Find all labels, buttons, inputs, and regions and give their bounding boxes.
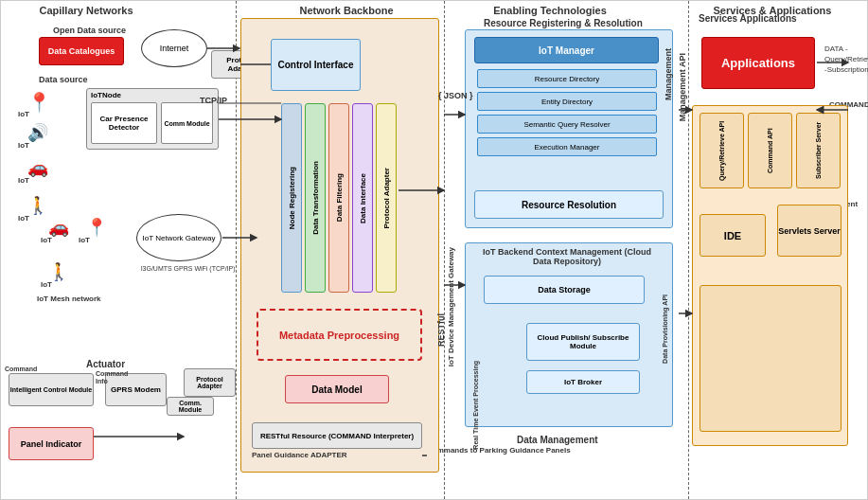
- entity-directory-box: Entity Directory: [477, 92, 657, 111]
- divider-3: [688, 1, 689, 499]
- data-source-label: Data source: [39, 75, 88, 84]
- iot-label-2: IoT: [18, 141, 29, 150]
- realtime-event-label: Real Time Event Processing: [472, 361, 479, 450]
- iot-manager-box: IoT Manager: [474, 37, 659, 63]
- intelligent-control-box: Intelligent Control Module: [9, 373, 94, 406]
- iot-label-5: IoT: [41, 236, 52, 244]
- iot-icon-3: 🚗: [27, 157, 48, 178]
- management-api-label: Management API: [678, 53, 687, 121]
- applications-box: Applications: [701, 37, 815, 89]
- query-retrieve-api-box: Query/Retrieve API: [700, 113, 744, 188]
- json-label: { JSON }: [438, 91, 473, 100]
- subscriber-server-box: Subscriber Server: [796, 113, 841, 188]
- comm-module-iot-box: Comm Module: [161, 102, 213, 144]
- commands-parking-label: Commands to Parking Guidance Panels: [427, 446, 571, 455]
- panel-indicator-box: Panel Indicator: [9, 427, 94, 460]
- iot-icon-4: 🚶: [27, 195, 48, 216]
- data-filtering-label: Data Filtering: [335, 173, 344, 222]
- panel-guidance-label: Panel Guidance ADAPTER: [252, 451, 347, 459]
- iot-icon-5: 🚗: [48, 217, 69, 238]
- services-apps-label: Services Applications: [699, 13, 797, 24]
- restful-label: RESTful: [436, 313, 446, 347]
- resource-resolution-box: Resource Resolution: [474, 190, 664, 219]
- data-transformation-label: Data Transformation: [311, 161, 320, 235]
- ide-box: IDE: [700, 214, 766, 257]
- divider-2: [444, 1, 445, 499]
- iot-label-4: IoT: [18, 214, 29, 223]
- iot-broker-box: IoT Broker: [526, 370, 640, 394]
- protocol-adapter-bot-box: Protocol Adapter: [184, 368, 236, 397]
- comm-module-bot-box: Comm. Module: [167, 397, 214, 416]
- node-registering-label: Node Registering: [288, 167, 296, 229]
- iot-device-mgmt-label: IoT Device Management Gateway: [447, 247, 455, 366]
- execution-manager-box: Execution Manager: [477, 137, 657, 156]
- data-catalogues-box: Data Catalogues: [39, 37, 124, 65]
- data-provisioning-label: Data Provisioning API: [662, 295, 668, 364]
- iot-label-6: IoT: [79, 236, 90, 244]
- iot-backend-label: IoT Backend Context Management (Cloud Da…: [472, 247, 662, 266]
- metadata-preprocessing-box: Metadata Preprocessing: [257, 309, 422, 361]
- data-label: DATA -Query/Retrieve -Subscription: [824, 44, 868, 76]
- info-label: Info: [96, 378, 108, 384]
- iot-icon-7: 🚶: [48, 261, 69, 282]
- data-management-label: Data Management: [517, 435, 598, 445]
- iot-mesh-label: IoT Mesh network: [37, 295, 101, 303]
- resource-reg-header: Resource Registering & Resolution: [484, 18, 643, 28]
- control-interface-box: Control Interface: [271, 39, 361, 91]
- iot-label-3: IoT: [18, 176, 29, 185]
- command-label: Command: [96, 370, 128, 377]
- restful-resource-box: RESTful Resource (COMMAND Interpreter): [252, 422, 422, 449]
- service-dev-framework-box: [700, 285, 841, 432]
- cloud-publish-box: Cloud Publish/ Subscribe Module: [526, 323, 640, 361]
- section-backbone: Network Backbone: [280, 5, 413, 16]
- main-container: Capillary Networks Network Backbone Enab…: [0, 0, 868, 500]
- gprs-modem-box: GPRS Modem: [105, 373, 167, 406]
- management-label: Management: [664, 48, 673, 100]
- open-data-source-label: Open Data source: [53, 26, 126, 35]
- command-api-box: Command API: [748, 113, 792, 188]
- car-presence-box: Car Presence Detector: [91, 102, 157, 144]
- iot-label-7: IoT: [41, 280, 52, 289]
- data-interface-label: Data Interface: [359, 173, 367, 223]
- iot-node-box: IoTNode Car Presence Detector Comm Modul…: [86, 88, 219, 150]
- iot-icon-2: 🔊: [27, 122, 48, 143]
- data-model-box: Data Model: [285, 375, 389, 403]
- iot-network-gateway: IoT Network Gateway: [136, 214, 221, 261]
- section-enabling: Enabling Technologies: [455, 5, 645, 16]
- protocol-adapter-mid-label: Protocol Adapter: [382, 168, 391, 229]
- tcp-ip-label: TCP/IP: [200, 96, 227, 105]
- iot-label-1: IoT: [18, 110, 29, 118]
- resource-directory-box: Resource Directory: [477, 69, 657, 88]
- iot-icon-6: 📍: [86, 217, 107, 238]
- data-storage-box: Data Storage: [484, 276, 645, 304]
- iot-icon-1: 📍: [27, 91, 51, 114]
- section-capillary: Capillary Networks: [20, 5, 152, 16]
- internet-ellipse: Internet: [141, 29, 207, 67]
- tech-label: l3G/UMTS GPRS WiFi (TCP/IP): [141, 264, 236, 273]
- command-label-left: Command: [5, 366, 37, 372]
- semantic-query-box: Semantic Query Resolver: [477, 115, 657, 134]
- iot-node-label: IoTNode: [91, 91, 121, 99]
- actuator-label: Actuator: [86, 359, 125, 369]
- servlets-server-box: Servlets Server: [777, 205, 841, 257]
